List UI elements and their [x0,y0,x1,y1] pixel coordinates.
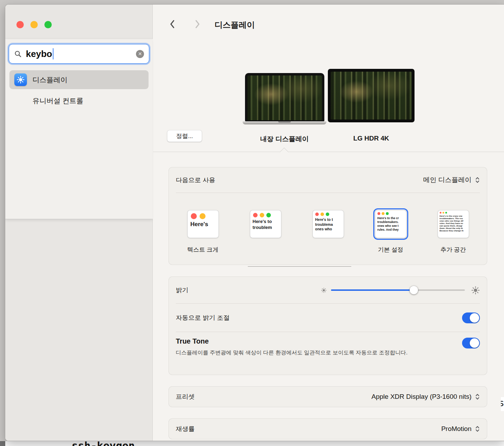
text-size-option-2[interactable]: Here's to troublem [250,210,281,238]
text-size-option-label: 추가 공간 [440,246,466,254]
wallpaper-preview [247,75,322,120]
true-tone-description: 디스플레이를 주변광에 맞춰 색상이 다른 환경에서도 일관적으로 보이도록 자… [176,348,432,357]
brightness-high-icon [471,286,480,295]
builtin-display-label: 내장 디스플레이 [243,135,326,144]
clear-search-icon[interactable]: ✕ [136,50,144,58]
search-result-label: 유니버설 컨트롤 [33,96,84,106]
refresh-rate-dropdown[interactable]: ProMotion [441,425,480,433]
text-size-option-larger-text[interactable]: Here's [187,210,219,238]
brightness-thumb[interactable] [410,286,418,294]
use-as-value: 메인 디스플레이 [423,175,471,185]
mini-window-dots [375,210,406,216]
mini-window-dots [250,210,281,218]
search-result-label: 디스플레이 [33,75,67,85]
text-size-option-more-space[interactable]: Here's to the crazy one troublemakers. T… [438,210,469,238]
text-size-preview: Here's [188,220,218,229]
text-size-preview: Here's to troublem [250,218,281,231]
row-divider [176,193,480,193]
selected-display-pointer [280,148,288,156]
text-size-preview: Here's to the cr troublemakers. ones who… [375,216,406,232]
true-tone-toggle[interactable] [462,338,480,348]
true-tone-label: True Tone [176,337,480,345]
refresh-rate-label: 재생률 [176,425,195,433]
chevron-up-down-icon [475,176,480,184]
toggle-knob [470,338,479,348]
text-cursor [53,48,53,59]
chevron-up-down-icon [475,393,480,401]
background-corner [0,441,5,446]
sidebar: keybo ✕ [5,5,153,441]
brightness-low-icon [321,287,327,293]
display-settings-icon [14,73,27,86]
search-results-panel: keybo ✕ [5,39,153,219]
search-result-universal-control[interactable]: 유니버설 컨트롤 [9,91,149,110]
auto-brightness-toggle[interactable] [462,312,480,323]
background-right-sliver: s [501,397,504,411]
display-options-panel: 다음으로 사용 메인 디스플레이 [168,167,487,265]
close-button[interactable] [16,21,24,28]
background-window-strip: ssh-keygen [0,441,504,446]
wallpaper-preview [331,72,412,120]
brightness-slider[interactable] [331,286,465,294]
back-button[interactable] [169,19,175,30]
macbook-base [243,121,326,124]
preset-panel: 프리셋 Apple XDR Display (P3-1600 nits) [168,386,487,407]
auto-brightness-label: 자동으로 밝기 조절 [176,314,230,322]
text-size-option-label: 기본 설정 [378,246,403,254]
section-divider [153,152,504,152]
mini-window-dots [188,210,218,220]
search-input[interactable]: keybo ✕ [9,44,149,64]
text-size-option-3[interactable]: Here's to t troublema ones who [312,210,344,238]
use-as-dropdown[interactable]: 메인 디스플레이 [423,175,480,185]
external-display-label: LG HDR 4K [328,135,415,142]
window-controls [16,21,52,28]
builtin-display-thumbnail[interactable] [245,73,324,121]
preset-label: 프리셋 [176,393,195,401]
brightness-label: 밝기 [176,286,188,294]
text-size-track-line [248,266,351,267]
search-result-display[interactable]: 디스플레이 [9,70,149,89]
search-query-text: keybo [26,49,52,59]
external-display-thumbnail[interactable] [328,69,415,122]
preset-value: Apple XDR Display (P3-1600 nits) [372,393,471,401]
text-size-preview: Here's to the crazy one troublemakers. T… [438,214,469,233]
search-icon [14,50,22,58]
text-size-option-default[interactable]: Here's to the cr troublemakers. ones who… [375,210,406,238]
page-title: 디스플레이 [215,20,255,30]
text-size-option-label: 텍스트 크게 [187,246,219,254]
main-content: 디스플레이 내장 디스플레이 LG HDR 4K 정렬... 다음으로 사용 [153,5,504,441]
use-as-label: 다음으로 사용 [176,176,215,184]
preset-dropdown[interactable]: Apple XDR Display (P3-1600 nits) [372,393,480,401]
system-settings-window: keybo ✕ [5,4,504,441]
refresh-rate-panel: 재생률 ProMotion [168,418,487,439]
toggle-knob [470,313,479,323]
text-size-options: Here's 텍스트 크게 Here's to troublem [169,210,487,254]
mini-window-dots [438,210,469,214]
chevron-up-down-icon [475,425,480,433]
mini-window-dots [313,210,344,217]
minimize-button[interactable] [30,21,38,28]
arrange-button[interactable]: 정렬... [167,130,202,142]
forward-button[interactable] [194,19,201,30]
refresh-rate-value: ProMotion [441,425,471,433]
zoom-button[interactable] [44,21,52,28]
background-terminal-text: ssh-keygen [72,441,135,446]
text-size-preview: Here's to t troublema ones who [313,217,344,232]
brightness-panel: 밝기 [168,276,487,375]
brightness-fill [331,289,414,291]
search-results-list: 디스플레이 유니버설 컨트롤 [9,70,149,110]
screen: ssh-keygen s keybo ✕ [0,0,504,446]
